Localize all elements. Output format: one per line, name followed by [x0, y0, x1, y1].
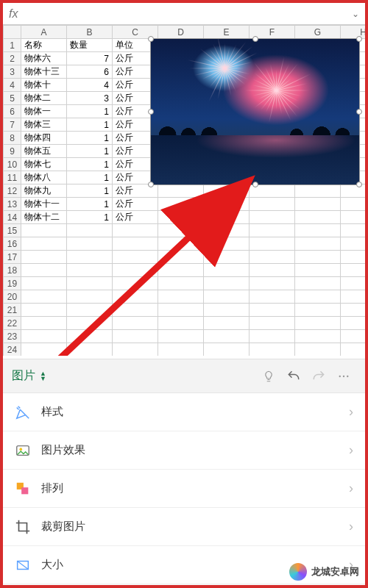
resize-handle-tm[interactable] — [252, 36, 258, 42]
row-header[interactable]: 11 — [4, 171, 21, 184]
cell[interactable] — [67, 330, 113, 343]
cell[interactable] — [250, 290, 295, 304]
cell[interactable] — [113, 330, 158, 343]
row-header[interactable]: 9 — [4, 145, 21, 158]
resize-handle-ml[interactable] — [148, 109, 154, 115]
cell[interactable] — [250, 237, 295, 251]
resize-handle-bl[interactable] — [148, 182, 154, 187]
row-header[interactable]: 8 — [4, 132, 21, 145]
row-header[interactable]: 12 — [4, 184, 21, 198]
row-header[interactable]: 23 — [4, 330, 21, 343]
cell[interactable] — [341, 330, 366, 343]
more-button[interactable] — [331, 364, 356, 389]
cell[interactable] — [21, 317, 67, 330]
select-all-corner[interactable] — [4, 26, 21, 39]
resize-handle-mr[interactable] — [356, 109, 362, 115]
cell[interactable] — [204, 251, 250, 264]
cell[interactable] — [21, 277, 67, 290]
cell[interactable]: 3 — [67, 92, 113, 105]
cell[interactable]: 物体十二 — [21, 211, 67, 224]
row-header[interactable]: 18 — [4, 264, 21, 277]
cell[interactable] — [158, 317, 204, 330]
menu-item-arrange[interactable]: 排列› — [3, 470, 365, 508]
cell[interactable] — [113, 317, 158, 330]
cell[interactable] — [250, 317, 295, 330]
cell[interactable] — [295, 343, 341, 356]
inserted-image[interactable] — [150, 38, 360, 185]
cell[interactable]: 1 — [67, 132, 113, 145]
cell[interactable]: 公斤 — [113, 211, 158, 224]
cell[interactable] — [113, 343, 158, 356]
row-header[interactable]: 4 — [4, 79, 21, 92]
cell[interactable] — [204, 304, 250, 317]
cell[interactable] — [21, 330, 67, 343]
cell[interactable] — [67, 343, 113, 356]
cell[interactable] — [250, 251, 295, 264]
cell[interactable]: 1 — [67, 211, 113, 224]
row-header[interactable]: 20 — [4, 290, 21, 304]
cell[interactable] — [158, 304, 204, 317]
cell[interactable]: 1 — [67, 198, 113, 211]
row-header[interactable]: 3 — [4, 65, 21, 79]
cell[interactable] — [250, 330, 295, 343]
cell[interactable] — [295, 264, 341, 277]
cell[interactable] — [295, 277, 341, 290]
row-header[interactable]: 15 — [4, 224, 21, 237]
cell[interactable] — [113, 277, 158, 290]
row-header[interactable]: 19 — [4, 277, 21, 290]
idea-button[interactable] — [256, 364, 281, 389]
cell[interactable] — [204, 224, 250, 237]
cell[interactable] — [158, 277, 204, 290]
cell[interactable]: 物体四 — [21, 132, 67, 145]
cell[interactable] — [204, 343, 250, 356]
menu-item-effect[interactable]: 图片效果› — [3, 431, 365, 470]
cell[interactable]: 物体十 — [21, 79, 67, 92]
menu-item-style[interactable]: 样式› — [3, 393, 365, 431]
cell[interactable] — [113, 290, 158, 304]
cell[interactable] — [341, 317, 366, 330]
cell[interactable]: 4 — [67, 79, 113, 92]
redo-button[interactable] — [306, 364, 331, 389]
cell[interactable] — [21, 251, 67, 264]
row-header[interactable]: 1 — [4, 39, 21, 52]
col-header-B[interactable]: B — [67, 26, 113, 39]
cell[interactable] — [21, 290, 67, 304]
row-header[interactable]: 16 — [4, 237, 21, 251]
row-header[interactable]: 24 — [4, 343, 21, 356]
cell[interactable] — [204, 290, 250, 304]
cell[interactable] — [341, 198, 366, 211]
cell[interactable] — [341, 290, 366, 304]
cell[interactable] — [67, 251, 113, 264]
menu-item-crop[interactable]: 裁剪图片› — [3, 508, 365, 546]
cell[interactable]: 物体三 — [21, 118, 67, 132]
col-header-A[interactable]: A — [21, 26, 67, 39]
cell[interactable] — [158, 330, 204, 343]
cell[interactable] — [250, 264, 295, 277]
row-header[interactable]: 13 — [4, 198, 21, 211]
cell[interactable] — [158, 290, 204, 304]
cell[interactable] — [341, 211, 366, 224]
row-header[interactable]: 10 — [4, 158, 21, 171]
cell[interactable] — [158, 184, 204, 198]
cell[interactable] — [295, 198, 341, 211]
cell[interactable] — [158, 211, 204, 224]
cell[interactable] — [295, 304, 341, 317]
panel-title[interactable]: 图片 ▲▼ — [12, 368, 46, 384]
resize-handle-br[interactable] — [356, 182, 362, 187]
cell[interactable]: 1 — [67, 158, 113, 171]
cell[interactable] — [295, 211, 341, 224]
cell[interactable] — [341, 251, 366, 264]
cell[interactable] — [204, 330, 250, 343]
col-header-D[interactable]: D — [158, 26, 204, 39]
cell[interactable] — [204, 237, 250, 251]
updown-icon[interactable]: ▲▼ — [40, 371, 46, 381]
spreadsheet[interactable]: ABCDEFGH 1名称数量单位2物体六7公斤3物体十三6公斤4物体十4公斤5物… — [3, 25, 365, 356]
cell[interactable] — [341, 343, 366, 356]
cell[interactable] — [204, 198, 250, 211]
cell[interactable] — [158, 251, 204, 264]
formula-input[interactable] — [24, 3, 352, 24]
cell[interactable] — [67, 317, 113, 330]
cell[interactable] — [67, 237, 113, 251]
row-header[interactable]: 21 — [4, 304, 21, 317]
cell[interactable] — [204, 184, 250, 198]
